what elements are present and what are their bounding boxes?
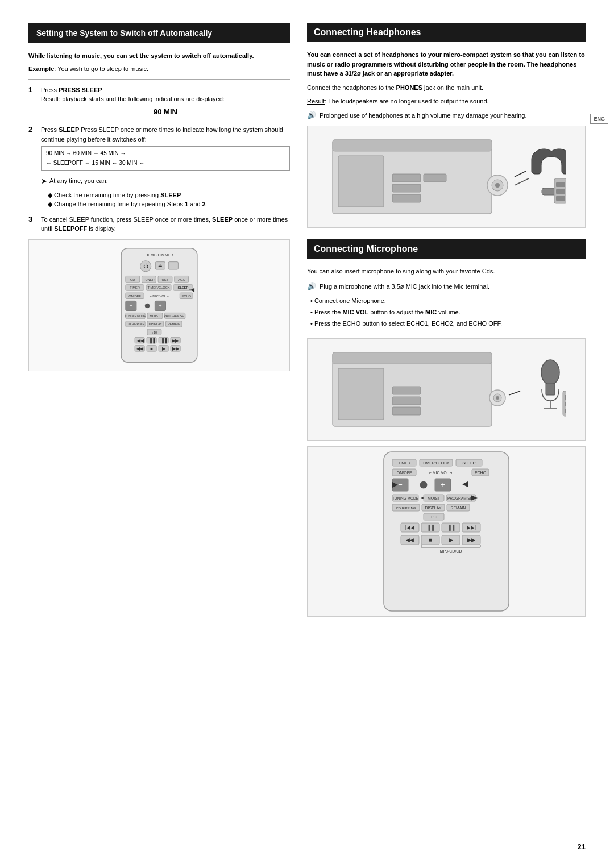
microphone-device-diagram	[307, 338, 586, 441]
svg-text:|◀◀: |◀◀	[136, 338, 144, 343]
mic-tip-icon: 🔊	[307, 282, 316, 290]
svg-text:▶: ▶	[162, 346, 166, 351]
svg-text:ECHO: ECHO	[475, 471, 487, 475]
svg-text:MOIST: MOIST	[428, 496, 441, 500]
svg-text:⌐ MIC VOL ¬: ⌐ MIC VOL ¬	[429, 471, 453, 475]
step-3-text: To cancel SLEEP function, press SLEEP on…	[41, 215, 290, 225]
left-section-title: Setting the System to Switch off Automat…	[28, 23, 290, 43]
svg-text:■: ■	[429, 537, 432, 543]
sleep-flow-box: 90 MIN → 60 MIN → 45 MIN → ← SLEEPOFF ← …	[41, 146, 290, 171]
step-2-content: Press SLEEP Press SLEEP once or more tim…	[41, 125, 290, 209]
svg-rect-76	[556, 182, 565, 187]
svg-rect-6	[168, 261, 178, 269]
svg-text:DISPLAY: DISPLAY	[425, 506, 441, 510]
result-label: Result	[307, 98, 325, 105]
sleepoff-word: SLEEPOFF	[54, 225, 87, 232]
svg-text:TIMER: TIMER	[130, 286, 140, 289]
svg-text:▐▐: ▐▐	[160, 338, 167, 343]
svg-rect-68	[392, 194, 421, 202]
svg-text:ECHO: ECHO	[181, 294, 191, 297]
svg-point-88	[541, 360, 559, 385]
phones-instruction: Connect the headphones to the PHONES jac…	[307, 83, 586, 93]
svg-rect-65	[338, 156, 384, 207]
svg-line-92	[509, 391, 520, 395]
tip-intro-text: At any time, you can:	[49, 176, 108, 186]
svg-text:USB: USB	[162, 278, 169, 281]
step-1-number: 1	[28, 85, 36, 94]
svg-text:ON/OFF: ON/OFF	[128, 294, 141, 297]
step-1-press-label: Press SLEEP	[59, 86, 102, 93]
svg-text:PROGRAM SET: PROGRAM SET	[447, 496, 475, 500]
svg-text:⌐ MIC VOL ¬: ⌐ MIC VOL ¬	[150, 294, 169, 297]
remote-diagram-container: DEMO/DIMMER ⏻ ⏏ CD TUNER USB	[29, 240, 289, 371]
svg-text:AUX: AUX	[178, 278, 185, 281]
svg-text:TIMER/CLOCK: TIMER/CLOCK	[147, 286, 169, 289]
flow-line-1: 90 MIN → 60 MIN → 45 MIN →	[46, 149, 285, 158]
tip-1-text: Check the remaining time by pressing SLE…	[54, 192, 181, 198]
microphone-section-title: Connecting Microphone	[307, 239, 586, 259]
phones-bold: PHONES	[396, 84, 422, 91]
svg-text:▶▶: ▶▶	[467, 537, 475, 543]
caution-headphones: 🔊 Prolonged use of headphones at a high …	[307, 111, 586, 121]
step-2-text: Press SLEEP Press SLEEP once or more tim…	[41, 125, 290, 144]
svg-text:TUNING MODE: TUNING MODE	[125, 314, 146, 318]
svg-text:▶▶|: ▶▶|	[467, 525, 476, 530]
svg-text:◀◀: ◀◀	[406, 537, 414, 543]
example-text: Example: You wish to go to sleep to musi…	[28, 65, 290, 72]
svg-text:ON/OFF: ON/OFF	[397, 471, 412, 475]
svg-point-87	[496, 396, 499, 400]
svg-rect-78	[556, 196, 565, 201]
svg-text:MOIST: MOIST	[150, 314, 160, 318]
step-2-tip-intro: ➤ At any time, you can:	[41, 176, 290, 187]
mic-bullet-3: Press the ECHO button to select ECHO1, E…	[310, 318, 586, 330]
svg-rect-64	[333, 140, 492, 151]
headphones-section-title: Connecting Headphones	[307, 23, 586, 42]
phones-result-text: The loudspeakers are no longer used to o…	[328, 98, 489, 105]
svg-text:MP3-CD/CD: MP3-CD/CD	[440, 549, 462, 553]
mic-bold-2: MIC	[425, 309, 437, 315]
step-3-text2: until SLEEPOFF is display.	[41, 224, 290, 234]
svg-text:PROGRAM SET: PROGRAM SET	[164, 314, 186, 318]
left-column: Setting the System to Switch off Automat…	[28, 23, 290, 845]
svg-text:CD RIPPING: CD RIPPING	[396, 506, 416, 510]
svg-text:TIMER: TIMER	[398, 461, 410, 465]
svg-text:◀◀: ◀◀	[136, 346, 144, 351]
example-label: Example	[28, 65, 54, 72]
svg-rect-82	[392, 387, 421, 394]
remote-diagram-left: DEMO/DIMMER ⏻ ⏏ CD TUNER USB	[28, 239, 290, 371]
step-1-result-text: playback starts and the following indica…	[62, 95, 225, 102]
svg-text:▐▐: ▐▐	[447, 524, 455, 531]
headphones-device-svg	[327, 128, 566, 225]
svg-text:■: ■	[150, 346, 153, 351]
tip-1: ◆ Check the remaining time by pressing S…	[41, 190, 290, 200]
microphone-section: Connecting Microphone You can also inser…	[307, 239, 586, 617]
svg-rect-84	[392, 407, 421, 415]
tip-2: ◆ Change the remaining time by repeating…	[41, 200, 290, 209]
svg-rect-80	[333, 352, 492, 364]
svg-text:▐▐: ▐▐	[148, 338, 155, 343]
mic-tip: 🔊 Plug a microphone with a 3.5ø MIC jack…	[307, 282, 586, 292]
tip-1-sleep: SLEEP	[160, 192, 181, 198]
svg-rect-81	[338, 368, 384, 420]
svg-text:+: +	[159, 302, 162, 308]
remote-diagram-bottom: TIMER TIMER/CLOCK SLEEP ON/OFF ⌐ MIC VOL…	[307, 446, 586, 617]
example-content: You wish to go to sleep to music.	[57, 65, 148, 72]
mic-tip-text: Plug a microphone with a 3.5ø MIC jack i…	[320, 282, 489, 292]
svg-text:TUNING MODE: TUNING MODE	[392, 496, 419, 500]
svg-text:TUNER: TUNER	[143, 278, 155, 281]
svg-rect-67	[392, 184, 421, 192]
svg-text:−: −	[130, 302, 133, 308]
step-ref-2: 2	[202, 201, 206, 207]
svg-text:−: −	[398, 480, 403, 489]
step-1-display-value: 90 MIN	[41, 106, 290, 118]
step-1-press: Press Press SLEEP	[41, 85, 290, 95]
page-number: 21	[578, 842, 586, 851]
svg-rect-83	[392, 397, 421, 405]
svg-rect-66	[392, 174, 421, 182]
svg-rect-95	[565, 402, 566, 406]
svg-text:+: +	[441, 480, 445, 489]
svg-text:▶▶|: ▶▶|	[172, 338, 180, 343]
svg-text:▐▐: ▐▐	[427, 524, 434, 531]
svg-text:|◀◀: |◀◀	[405, 525, 414, 530]
svg-rect-89	[546, 384, 555, 395]
